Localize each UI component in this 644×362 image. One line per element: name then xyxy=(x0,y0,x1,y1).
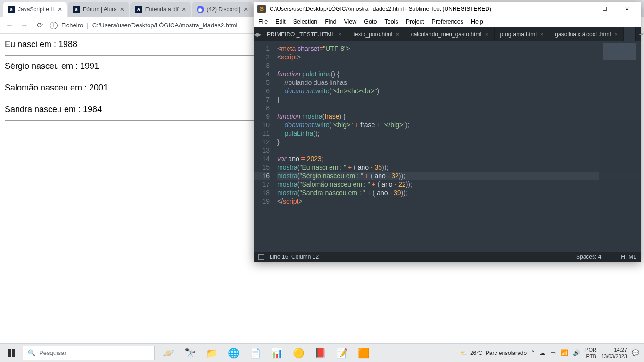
taskbar-search[interactable]: 🔍 Pesquisar xyxy=(23,346,155,360)
close-button[interactable]: ✕ xyxy=(617,2,637,16)
syntax-setting[interactable]: HTML xyxy=(621,254,636,260)
menu-item[interactable]: View xyxy=(344,18,356,25)
notifications-icon[interactable]: 💬 xyxy=(632,349,639,356)
tab-label: calculando_meu_gasto.html xyxy=(411,31,481,38)
system-tray: ⛅ 26°C Parc ensolarado ˄ ☁ ▭ 📶 🔊 POR PTB… xyxy=(460,346,644,360)
onedrive-icon[interactable]: ☁ xyxy=(539,349,545,356)
close-icon[interactable]: × xyxy=(614,32,617,37)
app-explorer-icon[interactable]: 📁 xyxy=(201,344,223,362)
search-icon: 🔍 xyxy=(28,349,35,356)
app-word-icon[interactable]: 📄 xyxy=(244,344,266,362)
tab-title: (42) Discord | xyxy=(207,6,241,13)
editor-tab[interactable]: PRIMEIRO _TESTE.HTML× xyxy=(261,27,347,41)
windows-logo-icon xyxy=(8,349,15,357)
app-notepad-icon[interactable]: 📝 xyxy=(331,344,353,362)
tab-scroll-right-icon[interactable]: ▶ xyxy=(257,27,261,41)
favicon-icon: a xyxy=(135,6,142,13)
menu-item[interactable]: Goto xyxy=(364,18,377,25)
close-icon[interactable]: ✕ xyxy=(58,6,62,13)
search-placeholder: Pesquisar xyxy=(39,349,66,356)
weather-text: Parc ensolarado xyxy=(486,350,527,356)
close-icon[interactable]: × xyxy=(339,32,341,37)
menu-item[interactable]: Tools xyxy=(384,18,398,25)
panel-switch-icon[interactable] xyxy=(258,254,264,260)
editor-tab[interactable]: calculando_meu_gasto.html× xyxy=(405,27,495,41)
menu-item[interactable]: Project xyxy=(406,18,424,25)
app-acrobat-icon[interactable]: 📕 xyxy=(309,344,331,362)
editor-tab-active[interactable] xyxy=(624,27,636,41)
info-icon[interactable]: i xyxy=(50,22,58,29)
language-indicator[interactable]: POR PTB xyxy=(585,346,596,360)
code-area[interactable]: <meta charset="UTF-8"> <script> function… xyxy=(274,41,641,252)
menu-item[interactable]: Help xyxy=(471,18,483,25)
minimize-button[interactable]: ― xyxy=(571,2,592,16)
line-gutter: 12345678910111213141516171819 xyxy=(254,41,274,252)
back-icon[interactable]: ← xyxy=(5,21,14,30)
volume-icon[interactable]: 🔊 xyxy=(573,349,580,356)
sublime-logo-icon: S xyxy=(257,5,266,13)
code-editor[interactable]: 12345678910111213141516171819 <meta char… xyxy=(254,41,641,252)
taskbar-apps: 🪐 🔭 📁 🌐 📄 📊 🟡 📕 📝 🟧 xyxy=(157,344,374,362)
editor-tab[interactable]: programa.html× xyxy=(495,27,550,41)
browser-tab[interactable]: a Entenda a dif ✕ xyxy=(130,2,191,17)
clock-time: 14:27 xyxy=(601,346,627,353)
weather-temp: 26°C xyxy=(470,350,483,356)
close-icon[interactable]: × xyxy=(540,32,543,37)
indent-setting[interactable]: Spaces: 4 xyxy=(576,254,601,260)
close-icon[interactable]: ✕ xyxy=(243,6,248,13)
menu-bar: File Edit Selection Find View Goto Tools… xyxy=(254,16,641,27)
weather-icon: ⛅ xyxy=(460,350,467,356)
app-edge-icon[interactable]: 🌐 xyxy=(223,344,244,362)
cursor-position: Line 16, Column 12 xyxy=(270,254,319,260)
menu-item[interactable]: File xyxy=(258,18,268,25)
app-telescope-icon[interactable]: 🔭 xyxy=(179,344,201,362)
clock-date: 13/03/2023 xyxy=(601,353,627,360)
tab-label: PRIMEIRO _TESTE.HTML xyxy=(267,31,335,38)
tab-title: Entenda a dif xyxy=(145,6,179,13)
app-powerpoint-icon[interactable]: 📊 xyxy=(266,344,288,362)
browser-tab[interactable]: a Fórum | Alura ✕ xyxy=(68,2,129,17)
url-text: C:/Users/user/Desktop/LÓGICA/mostra_idad… xyxy=(92,22,238,29)
close-icon[interactable]: × xyxy=(485,32,488,37)
browser-tab[interactable]: a JavaScript e H ✕ xyxy=(3,2,67,17)
menu-item[interactable]: Edit xyxy=(275,18,286,25)
tab-label: texto_puro.html xyxy=(353,31,392,38)
clock[interactable]: 14:27 13/03/2023 xyxy=(601,346,627,360)
editor-tabstrip: ◀ ▶ PRIMEIRO _TESTE.HTML× texto_puro.htm… xyxy=(254,27,641,41)
battery-icon[interactable]: ▭ xyxy=(550,349,556,356)
tab-title: Fórum | Alura xyxy=(83,6,117,13)
sublime-window: S C:\Users\user\Desktop\LÓGICA\mostra_id… xyxy=(254,2,641,262)
favicon-icon: a xyxy=(8,6,15,13)
menu-item[interactable]: Preferences xyxy=(432,18,463,25)
window-title: C:\Users\user\Desktop\LÓGICA\mostra_idad… xyxy=(270,6,568,12)
close-icon[interactable]: ✕ xyxy=(120,6,124,13)
menu-item[interactable]: Find xyxy=(325,18,336,25)
menu-item[interactable]: Selection xyxy=(293,18,317,25)
url-scheme: Ficheiro xyxy=(61,22,83,29)
reload-icon[interactable]: ⟳ xyxy=(35,21,44,30)
status-bar: Line 16, Column 12 Spaces: 4 HTML xyxy=(254,252,641,262)
app-sublime-icon[interactable]: 🟧 xyxy=(353,344,374,362)
favicon-icon: ◉ xyxy=(197,6,204,13)
close-icon[interactable]: ✕ xyxy=(182,6,186,13)
wifi-icon[interactable]: 📶 xyxy=(561,349,568,356)
window-titlebar[interactable]: S C:\Users\user\Desktop\LÓGICA\mostra_id… xyxy=(254,2,641,16)
new-tab-icon[interactable]: + xyxy=(639,31,643,38)
tab-scroll-left-icon[interactable]: ◀ xyxy=(254,27,257,41)
lang-line: PTB xyxy=(585,353,596,360)
weather-widget[interactable]: ⛅ 26°C Parc ensolarado xyxy=(460,350,527,356)
editor-tab[interactable]: texto_puro.html× xyxy=(347,27,405,41)
app-planets-icon[interactable]: 🪐 xyxy=(157,344,179,362)
taskbar: 🔍 Pesquisar 🪐 🔭 📁 🌐 📄 📊 🟡 📕 📝 🟧 ⛅ 26°C P… xyxy=(0,343,644,362)
maximize-button[interactable]: ☐ xyxy=(594,2,615,16)
forward-icon[interactable]: → xyxy=(20,21,29,30)
app-chrome-icon[interactable]: 🟡 xyxy=(288,344,309,362)
chevron-up-icon[interactable]: ˄ xyxy=(531,349,535,356)
favicon-icon: a xyxy=(73,6,80,13)
address-bar[interactable]: i Ficheiro | C:/Users/user/Desktop/LÓGIC… xyxy=(50,22,237,29)
close-icon[interactable]: × xyxy=(396,32,399,37)
start-button[interactable] xyxy=(0,344,23,362)
editor-tab[interactable]: gasolina x álcool .html× xyxy=(549,27,624,41)
browser-tab[interactable]: ◉ (42) Discord | ✕ xyxy=(192,2,253,17)
minimap[interactable] xyxy=(599,41,641,252)
